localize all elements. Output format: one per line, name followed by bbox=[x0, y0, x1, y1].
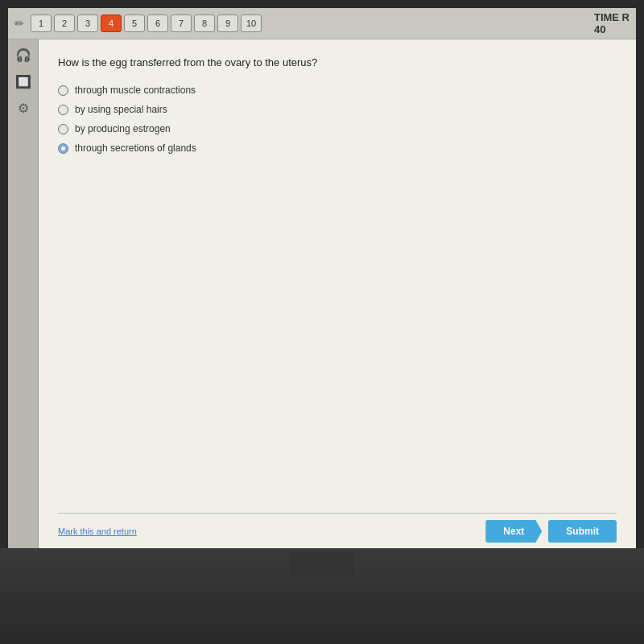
bottom-buttons: Next Submit bbox=[485, 520, 617, 543]
content-area: 🎧 🔲 ⚙ How is the egg transferred from th… bbox=[8, 39, 636, 548]
question-btn-4[interactable]: 4 bbox=[101, 14, 122, 32]
question-btn-9[interactable]: 9 bbox=[217, 14, 238, 32]
option-c[interactable]: by producing estrogen bbox=[58, 123, 617, 134]
question-btn-7[interactable]: 7 bbox=[171, 14, 192, 32]
radio-d[interactable] bbox=[58, 143, 68, 154]
bottom-bar: Mark this and return Next Submit bbox=[58, 513, 617, 543]
screen: ✏ 1 2 3 4 5 6 7 8 9 10 TIME R 40 bbox=[8, 8, 636, 548]
settings-icon[interactable]: ⚙ bbox=[18, 101, 29, 116]
desk-area bbox=[0, 548, 644, 636]
left-sidebar: 🎧 🔲 ⚙ bbox=[8, 39, 39, 548]
option-b[interactable]: by using special hairs bbox=[58, 104, 617, 115]
mark-return-link[interactable]: Mark this and return bbox=[58, 526, 137, 536]
question-btn-1[interactable]: 1 bbox=[31, 14, 52, 32]
option-d-text: through secretions of glands bbox=[75, 142, 196, 154]
question-btn-8[interactable]: 8 bbox=[194, 14, 215, 32]
question-text: How is the egg transferred from the ovar… bbox=[58, 56, 617, 70]
timer-value: 40 bbox=[594, 23, 605, 35]
radio-b[interactable] bbox=[58, 105, 68, 115]
main-panel: How is the egg transferred from the ovar… bbox=[39, 39, 636, 548]
question-btn-3[interactable]: 3 bbox=[77, 14, 98, 32]
question-btn-5[interactable]: 5 bbox=[124, 14, 145, 32]
answer-options: through muscle contractions by using spe… bbox=[58, 85, 617, 154]
question-btn-6[interactable]: 6 bbox=[147, 14, 168, 32]
spacer bbox=[58, 170, 617, 513]
pencil-icon: ✏ bbox=[14, 17, 24, 30]
radio-c[interactable] bbox=[58, 124, 68, 134]
question-btn-10[interactable]: 10 bbox=[241, 14, 262, 32]
top-nav: ✏ 1 2 3 4 5 6 7 8 9 10 TIME R 40 bbox=[8, 8, 636, 39]
timer-label: TIME R bbox=[594, 11, 630, 23]
option-b-text: by using special hairs bbox=[75, 104, 167, 115]
question-btn-2[interactable]: 2 bbox=[54, 14, 75, 32]
option-a[interactable]: through muscle contractions bbox=[58, 85, 617, 96]
radio-a[interactable] bbox=[58, 85, 68, 96]
submit-button[interactable]: Submit bbox=[548, 520, 617, 543]
monitor-frame: ✏ 1 2 3 4 5 6 7 8 9 10 TIME R 40 bbox=[0, 0, 644, 644]
timer-area: TIME R 40 bbox=[594, 11, 630, 35]
option-d[interactable]: through secretions of glands bbox=[58, 142, 617, 154]
calculator-icon[interactable]: 🔲 bbox=[15, 74, 31, 89]
next-button[interactable]: Next bbox=[485, 520, 542, 543]
monitor-stand bbox=[290, 551, 354, 576]
headphone-icon[interactable]: 🎧 bbox=[15, 47, 31, 63]
option-c-text: by producing estrogen bbox=[75, 123, 171, 134]
question-numbers: 1 2 3 4 5 6 7 8 9 10 bbox=[31, 14, 262, 32]
option-a-text: through muscle contractions bbox=[75, 85, 196, 96]
